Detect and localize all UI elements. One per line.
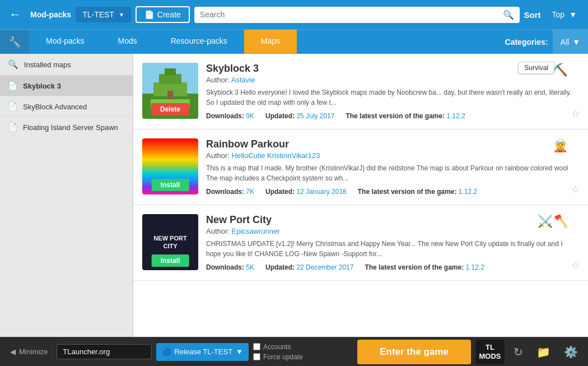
map-description: This is a map that I made. My brother (K… (206, 163, 579, 183)
search-box: 🔍 (194, 7, 520, 23)
sidebar-item-skyblock-advanced[interactable]: 📄 SkyBlock Advanced (0, 96, 133, 117)
back-button[interactable]: ← (4, 5, 26, 24)
version-label: The latest version of the game: 1.12.2 (346, 112, 465, 120)
categories-value: All (561, 38, 570, 47)
release-select[interactable]: 🔵 Release TL-TEST ▼ (156, 343, 249, 361)
svg-rect-4 (165, 68, 176, 75)
force-update-label: Force update (263, 353, 303, 361)
tab-maps-label: Maps (261, 36, 280, 45)
nav-tabs: 🔧 Mod-packs Mods Resource-packs Maps Cat… (0, 29, 588, 54)
version-label: The latest version of the game: 1.12.2 (358, 188, 477, 196)
updated-label: Updated: 25 July 2017 (265, 112, 334, 120)
tab-resource-packs[interactable]: Resource-packs (154, 30, 244, 54)
sidebar-item-skyblock3[interactable]: 📄 Skyblock 3 (0, 76, 133, 96)
sidebar-item-installed[interactable]: 🔍 Installed maps (0, 54, 133, 76)
tools-button[interactable]: 🔧 (0, 30, 29, 54)
svg-rect-3 (159, 74, 181, 84)
accounts-label: Accounts (263, 343, 291, 351)
bottom-bar: ◀ Minimize 🔵 Release TL-TEST ▼ Accounts … (0, 337, 588, 366)
tab-modpacks[interactable]: Mod-packs (29, 30, 101, 54)
map-meta: Downloads: 7K Updated: 12 January 2018 T… (206, 188, 579, 196)
minimize-button[interactable]: ◀ Minimize (6, 345, 52, 358)
install-button[interactable]: Install (152, 179, 189, 191)
tab-mods-label: Mods (118, 36, 137, 45)
map-type-icon: 🧝 (553, 138, 568, 153)
map-thumbnail: Delete (142, 63, 198, 119)
chevron-left-icon: ◀ (10, 348, 16, 356)
favorite-button[interactable]: ☆ (571, 108, 580, 120)
map-info: Rainbow Parkour Author: HelloCutie Krist… (206, 138, 579, 196)
force-update-checkbox[interactable] (253, 353, 260, 360)
map-type-icon: ⛏️ (553, 63, 568, 77)
map-author-name: Astavie (231, 76, 255, 84)
sidebar-installed-label: Installed maps (24, 61, 71, 69)
checkbox-options: Accounts Force update (253, 343, 303, 361)
chevron-down-icon: ▼ (569, 10, 577, 19)
sidebar-item-floating-island[interactable]: 📄 Floating Island Server Spawn (0, 117, 133, 138)
force-update-checkbox-label[interactable]: Force update (253, 353, 303, 361)
install-button[interactable]: Install (152, 254, 189, 267)
tab-resource-packs-label: Resource-packs (171, 36, 227, 45)
sidebar-item-label: Floating Island Server Spawn (23, 123, 118, 132)
minimize-label: Minimize (19, 348, 48, 356)
main-content: 🔍 Installed maps 📄 Skyblock 3 📄 SkyBlock… (0, 54, 588, 337)
map-item: Delete Skyblock 3 Author: Astavie Skyblo… (133, 54, 588, 129)
updated-label: Updated: 12 January 2018 (265, 188, 347, 196)
map-info: New Port City Author: Epicsawrunner CHRI… (206, 214, 579, 271)
map-meta: Downloads: 5K Updated: 22 December 2017 … (206, 263, 579, 271)
map-type-icon: ⚔️🪓 (538, 214, 568, 229)
release-label: Release TL-TEST (174, 348, 232, 356)
newport-thumb-text: NEW PORTCITY (151, 231, 189, 253)
downloads-label: Downloads: 7K (206, 188, 254, 196)
search-icon: 🔍 (503, 10, 514, 20)
map-description: CHRISTMAS UPDATE [v1.2]! Merry Christmas… (206, 239, 579, 259)
sort-label: Sort (524, 10, 541, 20)
delete-button[interactable]: Delete (151, 103, 189, 115)
file-icon: 📄 (8, 81, 17, 90)
categories-select[interactable]: All ▼ (553, 30, 588, 54)
url-input[interactable] (57, 344, 152, 359)
map-list: Delete Skyblock 3 Author: Astavie Skyblo… (133, 54, 588, 337)
map-author-name: HelloCutie KristinnVikar123 (232, 151, 320, 160)
map-author: Author: Astavie (206, 76, 579, 84)
accounts-checkbox-label[interactable]: Accounts (253, 343, 303, 351)
tab-mods[interactable]: Mods (101, 30, 153, 54)
favorite-button[interactable]: ☆ (571, 259, 580, 271)
map-title: Rainbow Parkour (206, 138, 579, 150)
map-thumbnail: NEW PORTCITY Install (142, 214, 198, 270)
map-author-name: Epicsawrunner (232, 227, 280, 235)
downloads-label: Downloads: 5K (206, 263, 254, 271)
create-button[interactable]: 📄 Create (136, 6, 190, 23)
survival-badge: Survival (518, 62, 554, 74)
sidebar-item-label: SkyBlock Advanced (23, 103, 87, 111)
settings-button[interactable]: ⚙️ (559, 342, 582, 362)
map-description: Skyblock 3 Hello everyone! I loved the S… (206, 87, 579, 108)
accounts-checkbox[interactable] (253, 343, 260, 350)
folder-button[interactable]: 📁 (532, 342, 555, 362)
tl-mods-logo: TLMODS (475, 340, 505, 364)
map-meta: Downloads: 9K Updated: 25 July 2017 The … (206, 112, 579, 120)
map-item: Install Rainbow Parkour Author: HelloCut… (133, 129, 588, 205)
enter-game-button[interactable]: Enter the game (357, 340, 471, 364)
map-thumbnail: Install (142, 138, 198, 194)
chevron-down-icon: ▼ (236, 348, 243, 356)
downloads-label: Downloads: 9K (206, 112, 254, 120)
map-title: New Port City (206, 214, 579, 226)
profile-name: TL-TEST (82, 10, 114, 19)
tab-maps[interactable]: Maps (244, 30, 297, 54)
profile-select[interactable]: TL-TEST ▼ (76, 7, 131, 22)
search-icon: 🔍 (8, 59, 18, 70)
file-icon: 📄 (8, 102, 17, 111)
sidebar-item-label: Skyblock 3 (23, 82, 61, 90)
create-icon: 📄 (144, 10, 154, 19)
map-author: Author: HelloCutie KristinnVikar123 (206, 151, 579, 160)
create-label: Create (157, 10, 181, 19)
favorite-button[interactable]: ☆ (571, 183, 580, 196)
refresh-button[interactable]: ↻ (509, 342, 528, 362)
sidebar: 🔍 Installed maps 📄 Skyblock 3 📄 SkyBlock… (0, 54, 133, 337)
updated-label: Updated: 22 December 2017 (265, 263, 353, 271)
top-sort-select[interactable]: Top ▼ (545, 7, 584, 22)
search-input[interactable] (200, 10, 500, 19)
file-icon: 📄 (8, 123, 17, 132)
top-bar: ← Mod-packs TL-TEST ▼ 📄 Create 🔍 Sort To… (0, 0, 588, 29)
